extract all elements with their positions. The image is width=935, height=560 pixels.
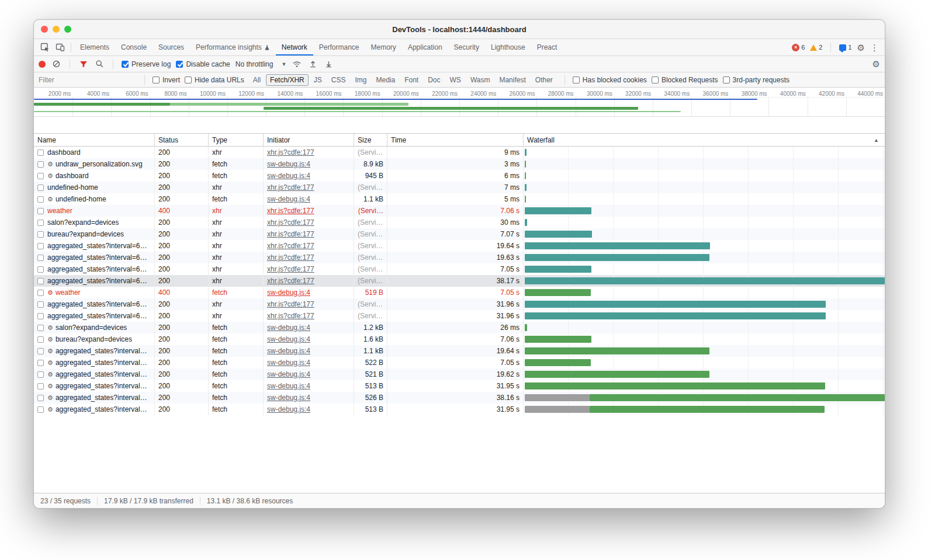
blocked-requests-checkbox[interactable] (652, 76, 659, 84)
table-row[interactable]: bureau?expand=devices200xhrxhr.js?cdfe:1… (34, 228, 885, 240)
waterfall-cell[interactable] (524, 263, 885, 275)
clear-network-log-icon[interactable] (51, 59, 61, 69)
waterfall-cell[interactable] (524, 217, 885, 228)
row-checkbox[interactable] (37, 278, 44, 284)
waterfall-cell[interactable] (524, 170, 885, 182)
zoom-window-button[interactable] (64, 26, 71, 33)
table-row[interactable]: ⚙undraw_personalization.svg200fetchsw-de… (34, 158, 885, 170)
initiator-link[interactable]: xhr.js?cdfe:177 (267, 230, 314, 238)
row-checkbox[interactable] (37, 161, 44, 168)
table-row[interactable]: ⚙aggregated_states?interval=6…200fetchsw… (34, 368, 885, 380)
warning-badge[interactable]: 2 (810, 44, 822, 51)
table-row[interactable]: weather400xhrxhr.js?cdfe:177(Servi…7.06 … (34, 205, 885, 217)
filter-type-manifest[interactable]: Manifest (495, 74, 529, 86)
filter-input[interactable] (39, 76, 137, 84)
hide-data-urls-checkbox[interactable] (185, 76, 192, 84)
filter-type-other[interactable]: Other (531, 74, 557, 86)
column-header-time[interactable]: Time (387, 134, 524, 146)
waterfall-cell[interactable] (524, 240, 885, 252)
waterfall-cell[interactable] (524, 368, 885, 380)
row-checkbox[interactable] (37, 336, 44, 343)
row-checkbox[interactable] (37, 301, 44, 308)
table-row[interactable]: ⚙aggregated_states?interval=6…200fetchsw… (34, 345, 885, 357)
column-header-initiator[interactable]: Initiator (264, 134, 354, 146)
waterfall-cell[interactable] (524, 333, 885, 345)
close-window-button[interactable] (41, 26, 48, 33)
initiator-link[interactable]: sw-debug.js:4 (267, 405, 310, 413)
row-checkbox[interactable] (37, 313, 44, 319)
filter-type-img[interactable]: Img (351, 74, 370, 86)
table-row[interactable]: ⚙aggregated_states?interval=6…200fetchsw… (34, 380, 885, 392)
throttling-dropdown[interactable]: No throttling ▼ (236, 60, 287, 68)
waterfall-cell[interactable] (524, 380, 885, 392)
tab-performance-insights[interactable]: Performance insights (190, 39, 276, 55)
table-row[interactable]: aggregated_states?interval=60&…200xhrxhr… (34, 252, 885, 263)
filter-type-ws[interactable]: WS (446, 74, 465, 86)
table-row[interactable]: ⚙undefined-home200fetchsw-debug.js:41.1 … (34, 193, 885, 205)
waterfall-cell[interactable] (524, 205, 885, 217)
has-blocked-cookies-checkbox[interactable] (573, 76, 580, 84)
row-checkbox[interactable] (37, 196, 44, 203)
column-header-status[interactable]: Status (155, 134, 209, 146)
row-checkbox[interactable] (37, 231, 44, 238)
filter-type-media[interactable]: Media (372, 74, 399, 86)
waterfall-cell[interactable] (524, 392, 885, 404)
preserve-log-checkbox[interactable] (122, 61, 129, 68)
row-checkbox[interactable] (37, 185, 44, 191)
waterfall-cell[interactable] (524, 182, 885, 193)
row-checkbox[interactable] (37, 208, 44, 214)
initiator-link[interactable]: sw-debug.js:4 (267, 382, 310, 390)
issues-badge[interactable]: 1 (839, 44, 851, 51)
disable-cache-toggle[interactable]: Disable cache (176, 60, 230, 68)
initiator-link[interactable]: xhr.js?cdfe:177 (267, 218, 314, 227)
waterfall-cell[interactable] (524, 228, 885, 240)
tab-elements[interactable]: Elements (74, 39, 115, 55)
row-checkbox[interactable] (37, 266, 44, 273)
tab-preact[interactable]: Preact (531, 39, 563, 55)
initiator-link[interactable]: xhr.js?cdfe:177 (267, 265, 314, 273)
column-header-name[interactable]: Name (34, 134, 155, 146)
error-badge[interactable]: × 6 (792, 44, 805, 51)
table-row[interactable]: ⚙dashboard200fetchsw-debug.js:4945 B6 ms (34, 170, 885, 182)
invert-checkbox[interactable] (153, 76, 160, 84)
initiator-link[interactable]: sw-debug.js:4 (267, 324, 310, 332)
initiator-link[interactable]: xhr.js?cdfe:177 (267, 277, 314, 285)
row-checkbox[interactable] (37, 360, 44, 366)
table-row[interactable]: ⚙weather400fetchsw-debug.js:4519 B7.05 s (34, 287, 885, 298)
tab-memory[interactable]: Memory (365, 39, 402, 55)
network-conditions-icon[interactable] (292, 59, 302, 69)
network-settings-gear-icon[interactable]: ⚙ (872, 60, 880, 68)
search-icon[interactable] (94, 59, 105, 69)
initiator-link[interactable]: sw-debug.js:4 (267, 288, 310, 297)
initiator-link[interactable]: sw-debug.js:4 (267, 394, 310, 402)
waterfall-cell[interactable] (524, 310, 885, 322)
waterfall-cell[interactable] (524, 298, 885, 310)
row-checkbox[interactable] (37, 383, 44, 389)
minimize-window-button[interactable] (53, 26, 60, 33)
table-row[interactable]: undefined-home200xhrxhr.js?cdfe:177(Serv… (34, 182, 885, 193)
row-checkbox[interactable] (37, 371, 44, 378)
table-row[interactable]: ⚙aggregated_states?interval=6…200fetchsw… (34, 392, 885, 404)
tab-sources[interactable]: Sources (153, 39, 190, 55)
tab-network[interactable]: Network (276, 39, 313, 55)
row-checkbox[interactable] (37, 255, 44, 261)
table-row[interactable]: aggregated_states?interval=60&…200xhrxhr… (34, 310, 885, 322)
waterfall-cell[interactable] (524, 252, 885, 263)
waterfall-cell[interactable] (524, 404, 885, 415)
waterfall-cell[interactable] (524, 287, 885, 298)
waterfall-cell[interactable] (524, 193, 885, 205)
row-checkbox[interactable] (37, 325, 44, 331)
row-checkbox[interactable] (37, 243, 44, 249)
waterfall-cell[interactable] (524, 345, 885, 357)
kebab-menu-icon[interactable]: ⋮ (870, 43, 879, 52)
disable-cache-checkbox[interactable] (176, 61, 183, 68)
tab-lighthouse[interactable]: Lighthouse (485, 39, 531, 55)
waterfall-cell[interactable] (524, 322, 885, 333)
initiator-link[interactable]: xhr.js?cdfe:177 (267, 242, 314, 250)
waterfall-cell[interactable] (524, 158, 885, 170)
initiator-link[interactable]: sw-debug.js:4 (267, 347, 310, 355)
row-checkbox[interactable] (37, 290, 44, 296)
tab-console[interactable]: Console (115, 39, 153, 55)
table-row[interactable]: ⚙aggregated_states?interval=6…200fetchsw… (34, 404, 885, 415)
filter-type-doc[interactable]: Doc (424, 74, 444, 86)
